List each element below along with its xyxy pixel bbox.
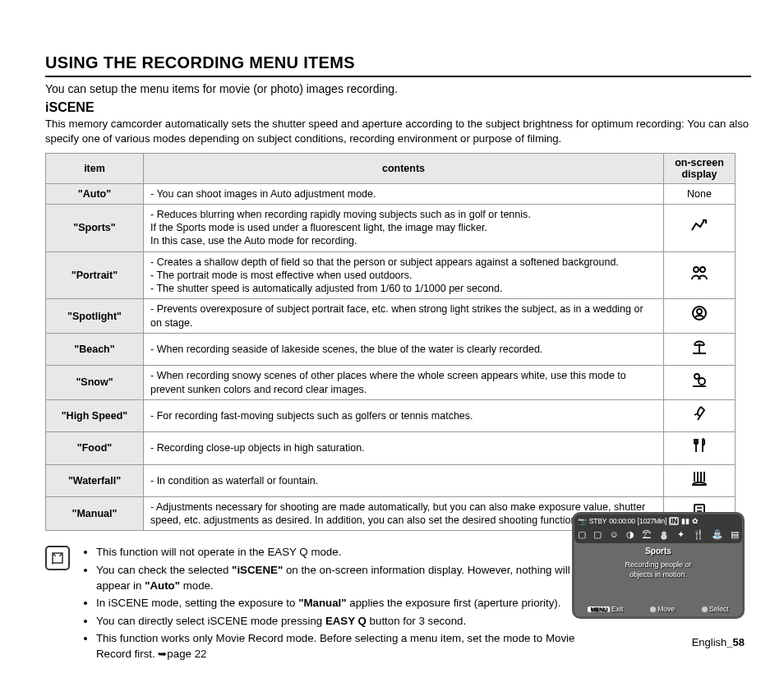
battery-icon: ▮▮ [681,517,689,525]
lcd-topbar: 📷 STBY 00:00:00 [1027Min] IN ▮▮ ✿ [574,514,742,528]
lcd-select: Select [702,605,729,613]
mode-contents: - Prevents overexposure of subject portr… [144,299,664,334]
mode-name: "Waterfall" [46,464,144,496]
waterfall-icon [689,468,709,488]
mode-contents: - Reduces blurring when recording rapidl… [144,204,664,251]
table-row: "Auto"- You can shoot images in Auto adj… [46,183,736,204]
lcd-preview: 📷 STBY 00:00:00 [1027Min] IN ▮▮ ✿ ▢ ▢ ☺ … [572,512,745,619]
table-row: "Beach"- When recording seaside of lakes… [46,333,736,365]
th-contents: contents [144,153,664,183]
flower-icon: ✿ [692,517,699,525]
lcd-move: Move [650,605,675,613]
mode-display-icon [664,399,736,431]
highspeed-icon: ✦ [677,529,685,540]
spotlight-icon [689,303,709,323]
mode-contents: - When recording seaside of lakeside sce… [144,333,664,365]
waterfall-icon: ⛲ [712,529,723,540]
mode-name: "High Speed" [46,399,144,431]
table-row: "Portrait"- Creates a shallow depth of f… [46,251,736,299]
note-icon [45,546,70,570]
table-row: "Spotlight"- Prevents overexposure of su… [46,299,736,334]
mode-contents: - You can shoot images in Auto adjustmen… [144,183,664,204]
sports-icon: ▢ [593,529,602,540]
mode-name: "Snow" [46,366,144,400]
lcd-in-chip: IN [669,517,679,525]
beach-icon: ⛱ [642,529,651,540]
lcd-mode-desc: Recording people orobjects in motion. [574,560,742,579]
mode-display-icon [664,464,736,496]
mode-contents: - Creates a shallow depth of field so th… [144,251,664,299]
note-item: You can directly select iSCENE mode pres… [96,613,581,629]
note-item: This function works only Movie Record mo… [96,630,581,662]
mode-display-icon: None [664,183,736,204]
page-footer: English_58 [692,636,745,648]
note-item: In iSCENE mode, setting the exposure to … [96,595,581,611]
snow-icon [689,370,709,390]
th-display: on-screendisplay [664,153,736,183]
mode-name: "Auto" [46,183,144,204]
section-rest: SCENE [48,100,94,114]
mode-contents: - When recording snowy scenes of other p… [144,366,664,400]
mode-name: "Manual" [46,496,144,531]
section-heading: iSCENE [45,100,751,115]
note-item: This function will not operate in the EA… [96,544,581,560]
food-icon: 🍴 [693,529,704,540]
lcd-time: 00:00:00 [609,517,635,525]
th-item: item [46,153,144,183]
mode-name: "Sports" [46,204,144,251]
table-row: "Sports"- Reduces blurring when recordin… [46,204,736,251]
mode-display-icon [664,204,736,251]
food-icon [689,436,709,455]
manual-icon: ▤ [731,529,739,540]
lcd-iconrow: ▢ ▢ ☺ ◑ ⛱ ⛄ ✦ 🍴 ⛲ ▤ [574,528,742,543]
table-row: "Waterfall"- In condition as waterfall o… [46,464,736,496]
mode-display-icon [664,251,736,299]
snow-icon: ⛄ [658,529,670,540]
lcd-mode-label: Sports [574,547,742,556]
table-row: "High Speed"- For recording fast-moving … [46,399,736,431]
table-row: "Snow"- When recording snowy scenes of o… [46,366,736,400]
mode-name: "Food" [46,432,144,464]
table-row: "Food"- Recording close-up objects in hi… [46,432,736,464]
lcd-bottom-bar: MENUExit Move Select [574,605,742,613]
highspeed-icon [689,404,709,423]
mode-display-icon [664,432,736,464]
mode-contents: - For recording fast-moving subjects suc… [144,399,664,431]
mode-name: "Beach" [46,333,144,365]
lcd-remain: [1027Min] [638,517,667,525]
page-title: USING THE RECORDING MENU ITEMS [45,53,751,77]
modes-table: item contents on-screendisplay "Auto"- Y… [45,153,736,532]
section-description: This memory camcorder automatically sets… [45,117,751,146]
notes-list: This function will not operate in the EA… [81,544,581,663]
portrait-icon [689,263,709,283]
intro-text: You can setup the menu items for movie (… [45,82,751,95]
auto-icon: ▢ [578,529,586,540]
camera-icon: 📷 [578,517,587,525]
mode-display-icon [664,333,736,365]
beach-icon [689,337,709,357]
sports-icon [689,215,709,235]
mode-contents: - Recording close-up objects in high sat… [144,432,664,464]
spotlight-icon: ◑ [626,529,634,540]
mode-display-icon [664,366,736,400]
lcd-stby: STBY [589,517,606,525]
mode-name: "Portrait" [46,251,144,299]
mode-contents: - In condition as waterfall or fountain. [144,464,664,496]
mode-display-icon [664,299,736,334]
portrait-icon: ☺ [609,529,618,540]
lcd-exit: MENUExit [588,605,623,613]
note-item: You can check the selected "iSCENE" on t… [96,562,581,594]
mode-name: "Spotlight" [46,299,144,334]
